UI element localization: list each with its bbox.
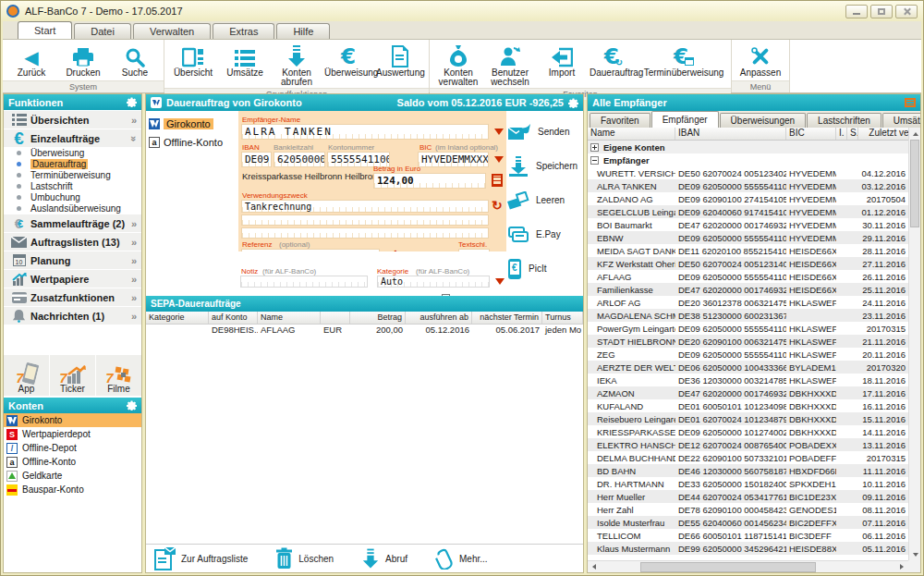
recipient-row[interactable]: Herr Zahl DE78 62090100 0004584234 GENOD… (588, 503, 908, 516)
recipient-row[interactable]: WURETT. VERSICH... DE50 62070024 0051234… (588, 166, 908, 179)
col-ausfuehren-ab[interactable]: ausführen ab (406, 312, 472, 324)
col-betrag[interactable]: Betrag (350, 312, 406, 324)
sidebar-subitem-ueberweisung[interactable]: Überweisung (4, 147, 141, 158)
verwendungszweck-input-1[interactable]: Tankrechnung (241, 200, 489, 213)
source-tab-girokonto[interactable]: Girokonto (149, 115, 237, 133)
recipient-row[interactable]: ZEG DE09 62050000 5555541100 HKLASWEF...… (588, 348, 908, 361)
col-iban[interactable]: IBAN (675, 128, 786, 140)
account-offline-depot[interactable]: /Offline-Depot (4, 441, 141, 455)
col-waehrung[interactable] (321, 312, 350, 324)
col-bic[interactable]: BIC (786, 128, 836, 140)
gear-icon[interactable] (127, 400, 137, 411)
calculator-icon[interactable] (492, 174, 503, 187)
print-button[interactable]: Drucken (57, 42, 109, 79)
col-naechster-termin[interactable]: nächster Termin (472, 312, 542, 324)
verwendungszweck-input-3[interactable] (241, 227, 489, 239)
scroll-up-icon[interactable] (909, 128, 921, 140)
loeschen-button[interactable]: Löschen (275, 547, 334, 570)
tab-verwalten[interactable]: Verwalten (133, 23, 211, 39)
sidebar-item-auftragslisten[interactable]: Auftragslisten (13) » (4, 233, 141, 251)
refresh-icon[interactable]: ↻ (492, 198, 503, 213)
gear-icon[interactable] (127, 97, 137, 107)
sidebar-item-nachrichten[interactable]: Nachrichten (1) » (4, 307, 141, 325)
source-tab-offline-konto[interactable]: aOffline-Konto (149, 133, 237, 152)
col-kategorie[interactable]: Kategorie (146, 312, 209, 324)
sidebar-subitem-dauerauftrag[interactable]: Dauerauftrag (4, 158, 141, 169)
sidebar-item-uebersichten[interactable]: Übersichten » (4, 111, 141, 129)
recipient-row[interactable]: EBNW DE09 62050000 5555541100 HYVEDEMM..… (588, 231, 908, 244)
col-turnus[interactable]: Turnus (542, 312, 583, 324)
sidebar-item-sammelauftraege[interactable]: €€ Sammelaufträge (2) » (4, 214, 141, 232)
account-offline-konto[interactable]: aOffline-Konto (4, 455, 141, 469)
recipient-row[interactable]: BD BAHN DE46 12030000 5607581876 HBXDFD6… (588, 464, 908, 477)
bic-input[interactable]: HYVEDEMMXXX (418, 152, 489, 167)
tab-umsaetze[interactable]: Umsätze (882, 113, 921, 128)
scroll-right-icon[interactable] (896, 561, 908, 573)
sidebar-subitem-auslandsueberweisung[interactable]: Auslandsüberweisung (4, 202, 141, 214)
recipient-row[interactable]: ZALDANO AG DE09 62090100 2741541050 HYVE… (588, 192, 908, 205)
tab-hilfe[interactable]: Hilfe (276, 23, 330, 39)
sidebar-subitem-lastschrift[interactable]: Lastschrift (4, 180, 141, 191)
col-name[interactable]: Name (258, 312, 321, 324)
close-button[interactable] (895, 5, 918, 18)
recipient-row[interactable]: DR. HARTMANN DE33 62050000 1501824007 SP… (588, 477, 908, 490)
sidebar-subitem-umbuchung[interactable]: Umbuchung (4, 191, 141, 202)
col-i[interactable]: I. (836, 128, 847, 140)
horizontal-scrollbar[interactable] (588, 560, 908, 572)
recipient-row[interactable]: ARLOF AG DE20 36012378 0063214758 HKLASW… (588, 296, 908, 309)
tab-start[interactable]: Start (18, 21, 72, 39)
recipient-row[interactable]: STADT HIELBRONN DE20 62090100 0063214758… (588, 335, 908, 348)
notiz-input[interactable] (240, 276, 368, 288)
sidebar-item-planung[interactable]: 10 Planung » (4, 251, 141, 269)
recipient-row[interactable]: ELEKTRO HANSCH DE12 62070024 0087654008 … (588, 438, 908, 451)
recipient-row[interactable]: MAGDALENA SCHMA... DE38 51230000 6002313… (588, 309, 908, 322)
senden-button[interactable]: Senden (507, 115, 583, 149)
sidebar-subitem-terminueberweisung[interactable]: Terminüberweisung (4, 169, 141, 180)
account-bauspar-konto[interactable]: Bauspar-Konto (4, 483, 141, 496)
group-row-empfaenger[interactable]: Empfänger (588, 153, 908, 166)
scroll-thumb[interactable] (640, 562, 816, 572)
recipient-row[interactable]: Klaus Mustermann DE99 62050000 345296421… (588, 542, 908, 555)
tab-extras[interactable]: Extras (213, 23, 274, 39)
betrag-input[interactable]: 124,00 (373, 173, 486, 189)
search-button[interactable]: Suche (109, 42, 161, 79)
verwendungszweck-input-2[interactable] (241, 214, 489, 226)
recipient-row[interactable]: TELLICOM DE66 60050101 1187151410 BIC3DE… (588, 529, 908, 542)
recipient-row[interactable]: Reisebuero Leingaren DE01 62070024 10123… (588, 412, 908, 425)
recipient-row[interactable]: KUFALAND DE01 60050101 1012340987 DBKHXX… (588, 399, 908, 412)
recipient-row[interactable]: AZMAON DE47 62020000 0017469325 DBKHXXXD… (588, 386, 908, 399)
back-button[interactable]: ◀ Zurück (6, 42, 57, 79)
filme-button[interactable]: 7 Filme (96, 355, 141, 396)
recipient-row[interactable]: DELMA BUCHHAND... DE22 62090100 50733210… (588, 451, 908, 464)
auswertung-button[interactable]: Auswertung (374, 42, 426, 79)
expand-plus-icon[interactable] (590, 143, 599, 152)
minimize-button[interactable] (845, 5, 868, 18)
maximize-button[interactable] (870, 5, 893, 18)
recipient-row[interactable]: AFLAAG DE09 62050000 5555541100 HEISDE66… (588, 270, 908, 283)
recipient-row[interactable]: AERZTE DER WELT DE06 62050000 1004333660… (588, 361, 908, 374)
iban-input[interactable]: DE09 (241, 152, 272, 167)
account-girokonto[interactable]: Girokonto (4, 413, 141, 427)
uebersicht-button[interactable]: Übersicht (167, 42, 219, 79)
epay-button[interactable]: E.Pay (507, 217, 583, 251)
collapse-minus-icon[interactable] (590, 156, 599, 165)
picit-button[interactable]: € PicIt (507, 251, 583, 286)
scroll-thumb[interactable] (910, 140, 919, 227)
sidebar-item-einzelauftraege[interactable]: € Einzelaufträge » (4, 129, 141, 147)
col-name[interactable]: Name (588, 128, 675, 140)
col-auf-konto[interactable]: auf Konto (209, 312, 258, 324)
sidebar-item-zusatzfunktionen[interactable]: Zusatzfunktionen » (4, 288, 141, 306)
recipient-row[interactable]: Familienkasse DE47 62020000 0017469325 H… (588, 283, 908, 296)
panel-window-icon[interactable] (905, 98, 916, 107)
mehr-button[interactable]: Mehr... (435, 548, 488, 570)
sidebar-item-wertpapiere[interactable]: Wertpapiere » (4, 270, 141, 288)
konten-verwalten-button[interactable]: Konten verwalten (432, 42, 484, 88)
empfaenger-input[interactable]: ALRA TANKEN (241, 124, 489, 140)
import-button[interactable]: Import (536, 42, 588, 79)
dauerauftrag-button[interactable]: €↻ Dauerauftrag (588, 42, 639, 79)
recipient-row[interactable]: Herr Mueller DE44 62070024 0534177612 BI… (588, 490, 908, 503)
recipient-row[interactable]: ALRA TANKEN DE09 62050000 5555541100 HYV… (588, 179, 908, 192)
leeren-button[interactable]: Leeren (507, 183, 583, 217)
recipient-row[interactable]: KRIESSPARKASSE ... DE09 62050000 1012740… (588, 425, 908, 438)
tab-datei[interactable]: Datei (74, 23, 131, 39)
